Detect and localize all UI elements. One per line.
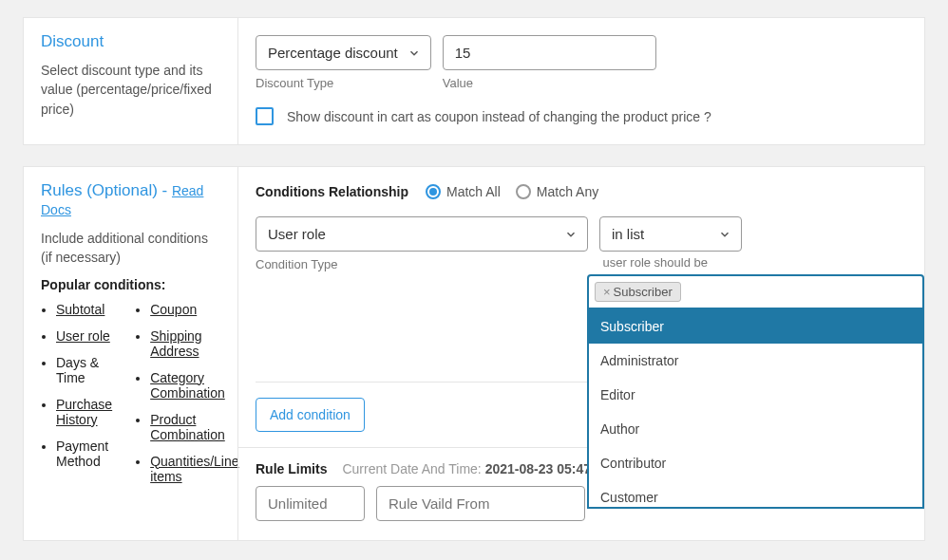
rules-title: Rules (Optional) - Read Docs (41, 181, 220, 219)
cond-category-combination[interactable]: Category Combination (150, 370, 225, 401)
operator-select[interactable]: in list (599, 216, 742, 252)
cond-quantities-line-items[interactable]: Quantities/Line items (150, 454, 238, 484)
discount-value-input[interactable] (443, 35, 656, 70)
user-role-dropdown[interactable]: Subscriber Administrator Editor Author C… (587, 309, 924, 509)
user-role-tag-input[interactable]: × Subscriber (587, 274, 924, 309)
selected-tag[interactable]: × Subscriber (595, 282, 681, 302)
match-any-radio[interactable] (516, 184, 531, 199)
operator-value: in list (612, 226, 644, 242)
popular-conditions-col2: Coupon Shipping Address Category Combina… (135, 302, 238, 495)
rule-limits-label: Rule Limits (256, 461, 327, 476)
popular-conditions-col1: Subtotal User role Days & Time Purchase … (41, 302, 112, 495)
cond-days-time[interactable]: Days & Time (56, 355, 99, 385)
rules-panel: Rules (Optional) - Read Docs Include add… (23, 166, 925, 541)
discount-panel: Discount Select discount type and its va… (23, 17, 925, 145)
chevron-down-icon (408, 47, 421, 60)
cond-subtotal[interactable]: Subtotal (56, 302, 104, 317)
show-as-coupon-checkbox[interactable] (256, 107, 274, 125)
discount-desc: Select discount type and its value (perc… (41, 61, 220, 119)
add-condition-button[interactable]: Add condition (256, 398, 365, 432)
cond-product-combination[interactable]: Product Combination (150, 412, 225, 442)
unlimited-input[interactable] (256, 486, 365, 521)
condition-type-value: User role (268, 226, 326, 242)
cond-purchase-history[interactable]: Purchase History (56, 397, 112, 427)
chevron-down-icon (564, 228, 578, 241)
conditions-relationship-label: Conditions Relationship (256, 184, 408, 199)
dd-contributor[interactable]: Contributor (589, 446, 922, 480)
current-datetime-label: Current Date And Time: 2021-08-23 05:47 (342, 461, 591, 476)
dd-author[interactable]: Author (589, 412, 922, 446)
discount-type-select[interactable]: Percentage discount (256, 35, 431, 70)
condition-type-select[interactable]: User role (256, 216, 588, 252)
cond-shipping-address[interactable]: Shipping Address (150, 328, 202, 359)
condition-type-label: Condition Type (256, 257, 588, 271)
chevron-down-icon (718, 228, 731, 241)
popular-conditions-heading: Popular conditions: (41, 277, 220, 292)
cond-user-role[interactable]: User role (56, 328, 110, 344)
user-role-should-be-label: user role should be (602, 255, 708, 270)
show-as-coupon-label: Show discount in cart as coupon instead … (287, 109, 711, 124)
match-all-radio[interactable] (426, 184, 441, 199)
rules-desc: Include additional conditions (if necess… (41, 229, 220, 268)
match-all-label: Match All (446, 184, 501, 199)
cond-coupon[interactable]: Coupon (150, 302, 197, 317)
discount-value-label: Value (443, 76, 656, 90)
discount-title: Discount (41, 32, 220, 51)
discount-type-label: Discount Type (256, 76, 431, 90)
dd-subscriber[interactable]: Subscriber (589, 309, 922, 344)
cond-payment-method[interactable]: Payment Method (56, 439, 108, 469)
dd-customer[interactable]: Customer (589, 480, 922, 509)
valid-from-input[interactable] (376, 486, 585, 521)
remove-tag-icon[interactable]: × (603, 285, 611, 299)
dd-administrator[interactable]: Administrator (589, 344, 922, 378)
dd-editor[interactable]: Editor (589, 378, 922, 412)
match-any-label: Match Any (537, 184, 598, 199)
discount-type-value: Percentage discount (268, 45, 398, 61)
